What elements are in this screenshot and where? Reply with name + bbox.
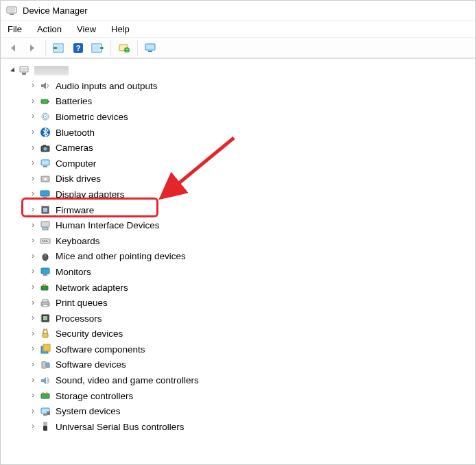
expand-icon[interactable]	[29, 82, 36, 88]
tree-category-fingerprint[interactable]: Biometric devices	[29, 109, 475, 125]
svg-rect-32	[43, 208, 47, 212]
tree-category-usb[interactable]: Universal Serial Bus controllers	[29, 419, 475, 435]
toolbar-back-button[interactable]	[5, 40, 21, 56]
swcomp-icon	[39, 343, 51, 355]
menu-help[interactable]: Help	[111, 24, 130, 34]
tree-category-display[interactable]: Display adapters	[29, 187, 475, 202]
expand-icon[interactable]	[29, 252, 36, 259]
storage-icon	[39, 390, 51, 402]
menubar: File Action View Help	[1, 21, 475, 38]
svg-rect-26	[43, 166, 47, 167]
svg-point-20	[45, 116, 46, 117]
expand-icon[interactable]	[29, 345, 36, 352]
expand-icon[interactable]	[29, 361, 36, 368]
expand-icon[interactable]	[29, 128, 36, 135]
svg-rect-15	[22, 73, 26, 75]
tree-category-label: Audio inputs and outputs	[56, 81, 158, 91]
svg-rect-68	[44, 422, 47, 426]
expand-icon[interactable]	[29, 97, 36, 104]
menu-file[interactable]: File	[8, 24, 22, 34]
network-icon	[39, 281, 51, 294]
svg-rect-33	[41, 222, 49, 227]
svg-rect-59	[43, 333, 48, 337]
device-tree: Audio inputs and outputsBatteriesBiometr…	[1, 58, 475, 439]
menu-action[interactable]: Action	[37, 24, 62, 34]
svg-rect-14	[21, 68, 27, 71]
svg-rect-36	[42, 240, 43, 241]
tree-category-swcomp[interactable]: Software components	[29, 342, 475, 357]
svg-rect-46	[45, 284, 46, 286]
svg-rect-35	[40, 239, 50, 243]
expand-icon[interactable]	[29, 144, 36, 151]
swdev-icon	[39, 359, 51, 371]
tree-category-battery[interactable]: Batteries	[29, 94, 475, 110]
titlebar: Device Manager	[1, 1, 475, 21]
svg-rect-38	[46, 240, 47, 241]
svg-rect-30	[43, 197, 47, 198]
tree-category-cpu[interactable]: Processors	[29, 311, 475, 326]
expand-icon[interactable]	[29, 283, 36, 290]
expand-icon[interactable]	[29, 175, 36, 182]
expand-icon[interactable]	[29, 392, 36, 398]
svg-rect-64	[41, 394, 49, 398]
menu-view[interactable]: View	[77, 24, 96, 34]
expand-icon[interactable]	[29, 314, 36, 321]
tree-category-speaker[interactable]: Audio inputs and outputs	[29, 78, 475, 94]
tree-category-label: Security devices	[56, 329, 123, 339]
tree-category-network[interactable]: Network adapters	[29, 280, 475, 296]
toolbar-scan-button[interactable]	[116, 40, 132, 56]
expand-icon[interactable]	[29, 267, 36, 274]
toolbar-help-button[interactable]: ?	[70, 40, 86, 56]
tree-category-keyboard[interactable]: Keyboards	[29, 233, 475, 249]
tree-category-security[interactable]: Security devices	[29, 326, 475, 342]
window-title: Device Manager	[23, 5, 88, 16]
tree-category-disk[interactable]: Disk drives	[29, 171, 475, 187]
tree-category-computer[interactable]: Computer	[29, 156, 475, 171]
expand-icon[interactable]	[29, 112, 36, 119]
tree-category-sound[interactable]: Sound, video and game controllers	[29, 372, 475, 388]
toolbar-forward-button[interactable]	[24, 40, 40, 56]
tree-category-swdev[interactable]: Software devices	[29, 357, 475, 373]
expand-icon[interactable]	[29, 159, 36, 166]
svg-rect-1	[8, 8, 15, 12]
printer-icon	[39, 297, 51, 309]
tree-category-list: Audio inputs and outputsBatteriesBiometr…	[1, 78, 475, 435]
svg-rect-44	[41, 286, 48, 290]
svg-rect-29	[40, 191, 49, 196]
svg-rect-12	[148, 51, 152, 52]
expand-icon[interactable]	[10, 67, 16, 73]
tree-category-label: Human Interface Devices	[56, 220, 160, 230]
hid-icon	[39, 219, 51, 232]
tree-category-firmware[interactable]: Firmware	[29, 202, 475, 218]
expand-icon[interactable]	[29, 422, 36, 429]
expand-icon[interactable]	[29, 407, 36, 414]
expand-icon[interactable]	[29, 299, 36, 306]
tree-category-printer[interactable]: Print queues	[29, 295, 475, 311]
tree-category-camera[interactable]: Cameras	[29, 140, 475, 156]
expand-icon[interactable]	[29, 190, 36, 197]
toolbar-show-hidden-button[interactable]	[51, 40, 67, 56]
tree-category-mouse[interactable]: Mice and other pointing devices	[29, 249, 475, 265]
tree-category-label: Display adapters	[56, 189, 125, 200]
tree-category-label: System devices	[56, 406, 121, 416]
tree-root-node[interactable]	[1, 63, 475, 78]
tree-category-label: Print queues	[56, 298, 108, 308]
svg-rect-2	[10, 14, 14, 15]
tree-category-label: Keyboards	[56, 236, 100, 246]
tree-category-storage[interactable]: Storage controllers	[29, 388, 475, 404]
expand-icon[interactable]	[29, 206, 36, 213]
tree-category-bluetooth[interactable]: Bluetooth	[29, 125, 475, 141]
svg-rect-34	[43, 228, 48, 230]
toolbar-monitor-button[interactable]	[143, 40, 159, 56]
expand-icon[interactable]	[29, 330, 36, 337]
tree-category-monitor[interactable]: Monitors	[29, 264, 475, 280]
expand-icon[interactable]	[29, 222, 36, 228]
svg-rect-61	[43, 344, 50, 351]
tree-category-label: Cameras	[56, 143, 93, 153]
expand-icon[interactable]	[29, 237, 36, 243]
expand-icon[interactable]	[29, 377, 36, 383]
tree-category-hid[interactable]: Human Interface Devices	[29, 217, 475, 233]
tree-category-system[interactable]: System devices	[29, 403, 475, 419]
tree-category-label: Processors	[56, 313, 102, 324]
toolbar-properties-button[interactable]	[89, 40, 106, 56]
